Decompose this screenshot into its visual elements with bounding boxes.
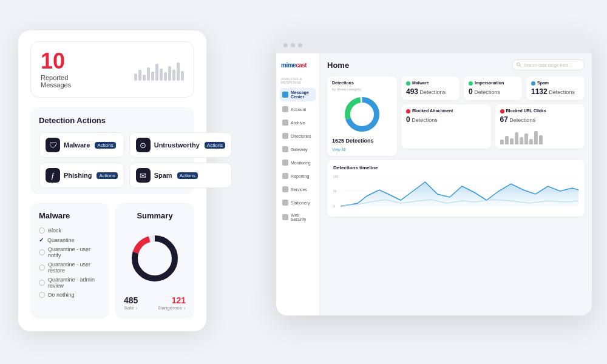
nav-reporting-label: Reporting: [291, 174, 309, 178]
radio-restore: [39, 265, 45, 271]
app-logo: mimecast: [280, 59, 316, 73]
phishing-badge: Actions: [97, 172, 117, 179]
da-spam[interactable]: ✉ Spam Actions: [129, 163, 232, 188]
summary-card: Summary 485 Safe ↓: [115, 203, 194, 319]
nav-message-center-label: Message Center: [291, 90, 313, 99]
spam-indicator: [531, 81, 535, 86]
bar: [177, 62, 180, 81]
spam-icon: ✉: [136, 168, 151, 183]
option-quarantine[interactable]: ✓ Quarantine: [39, 237, 101, 243]
summary-stats: 485 Safe ↓ 121 Dangerous ↓: [124, 295, 186, 311]
bar: [539, 135, 543, 144]
bar: [138, 70, 141, 81]
malware-options-list: Block ✓ Quarantine Quarantine - user not…: [39, 228, 101, 298]
summary-donut: [127, 231, 182, 288]
detection-actions-card: Detection Actions 🛡 Malware Actions ⊙ Un…: [30, 107, 194, 194]
option-quarantine-admin[interactable]: Quarantine - admin review: [39, 277, 101, 289]
svg-line-4: [520, 66, 521, 67]
detections-view-all[interactable]: View All: [332, 147, 392, 152]
blocked-url-card: Blocked URL Clicks 67 Detections: [495, 104, 585, 149]
malware-stat-count: 493 Detections: [406, 87, 455, 96]
timeline-chart: 100 50 0: [333, 173, 578, 209]
nav-gateway[interactable]: Gateway: [280, 144, 316, 155]
da-malware[interactable]: 🛡 Malware Actions: [39, 132, 124, 158]
nav-archive[interactable]: Archive: [280, 117, 316, 128]
phishing-icon: ƒ: [46, 168, 60, 183]
option-block[interactable]: Block: [39, 228, 101, 234]
phishing-label: Phishing: [64, 172, 92, 179]
search-bar[interactable]: Search data range here...: [512, 59, 585, 70]
blocked-url-bars: [500, 126, 580, 144]
spam-stat-count: 1132 Detections: [531, 87, 580, 96]
bar: [164, 72, 167, 81]
option-notify-label: Quarantine - user notify: [48, 246, 101, 258]
option-block-label: Block: [48, 228, 61, 234]
nav-archive-label: Archive: [291, 121, 305, 125]
detections-donut: [342, 95, 382, 134]
untrustworthy-icon: ⊙: [136, 138, 151, 152]
timeline-card: Detections timeline 100 50 0: [327, 160, 585, 217]
blocked-attachment-count: 0 Detections: [406, 115, 486, 124]
option-quarantine-restore[interactable]: Quarantine - user restore: [39, 261, 101, 274]
bar: [524, 133, 528, 144]
nav-reporting[interactable]: Reporting: [280, 170, 316, 181]
malware-badge: Actions: [95, 142, 115, 149]
nav-stationery-icon: [282, 200, 288, 206]
malware-stat-title: Malware: [412, 81, 429, 85]
detection-actions-title: Detection Actions: [39, 116, 186, 125]
blocked-attachment-card: Blocked Attachment 0 Detections: [401, 104, 491, 149]
da-phishing[interactable]: ƒ Phishing Actions: [39, 163, 124, 188]
stats-top: Malware 493 Detections Impersonation 0 D…: [401, 76, 585, 100]
summary-title: Summary: [124, 211, 186, 220]
nav-websecurity[interactable]: Web Security: [280, 211, 316, 224]
bar: [172, 70, 175, 81]
svg-text:0: 0: [333, 204, 335, 208]
nav-stationery[interactable]: Stationery: [280, 197, 316, 208]
impersonation-stat-count: 0 Detections: [469, 87, 517, 96]
option-do-nothing[interactable]: Do nothing: [39, 292, 101, 298]
nav-monitoring[interactable]: Monitoring: [280, 157, 316, 168]
nav-account[interactable]: Account: [280, 104, 316, 115]
option-restore-label: Quarantine - user restore: [48, 261, 101, 274]
malware-indicator: [406, 81, 410, 86]
nav-message-center[interactable]: Message Center: [280, 88, 316, 101]
reported-messages-card: 10 ReportedMessages: [30, 41, 194, 98]
nav-account-label: Account: [291, 107, 306, 112]
da-untrustworthy[interactable]: ⊙ Untrustworthy Actions: [129, 132, 232, 158]
page-title: Home: [327, 61, 349, 70]
detections-donut-container: [332, 95, 392, 134]
app-main: Home Search data range here... Detection…: [320, 53, 592, 315]
detection-actions-grid: 🛡 Malware Actions ⊙ Untrustworthy Action…: [39, 132, 186, 188]
untrustworthy-badge: Actions: [205, 142, 225, 149]
svg-text:50: 50: [333, 189, 337, 193]
bar: [505, 136, 509, 144]
nav-section-label: Analysis & Response: [280, 76, 316, 86]
browser-content: mimecast Analysis & Response Message Cen…: [276, 53, 592, 315]
spam-badge: Actions: [177, 172, 198, 179]
option-admin-label: Quarantine - admin review: [48, 277, 101, 289]
nav-services-label: Services: [291, 187, 307, 192]
nav-monitoring-label: Monitoring: [291, 161, 311, 165]
bar: [151, 72, 154, 81]
option-quarantine-notify[interactable]: Quarantine - user notify: [39, 246, 101, 258]
search-icon: [517, 62, 521, 67]
bar: [500, 140, 504, 144]
reported-chart: [134, 59, 184, 81]
nav-websecurity-icon: [282, 214, 288, 220]
bar: [155, 64, 158, 81]
impersonation-stat-title: Impersonation: [475, 81, 504, 85]
spam-stat-title: Spam: [537, 81, 549, 85]
blocked-attachment-indicator: [406, 109, 410, 113]
svg-point-3: [517, 63, 520, 66]
dangerous-count: 121: [158, 295, 186, 305]
spam-stat-card: Spam 1132 Detections: [526, 76, 585, 100]
search-placeholder: Search data range here...: [524, 63, 572, 67]
nav-directories[interactable]: Directories: [280, 130, 316, 141]
nav-reporting-icon: [282, 173, 288, 179]
detections-subtitle: by threat category: [332, 87, 392, 91]
stats-cards: Malware 493 Detections Impersonation 0 D…: [401, 76, 585, 156]
nav-services-icon: [282, 186, 288, 192]
bar: [510, 138, 514, 144]
nav-services[interactable]: Services: [280, 184, 316, 195]
scene: 10 ReportedMessages Detection Actions: [0, 0, 607, 364]
